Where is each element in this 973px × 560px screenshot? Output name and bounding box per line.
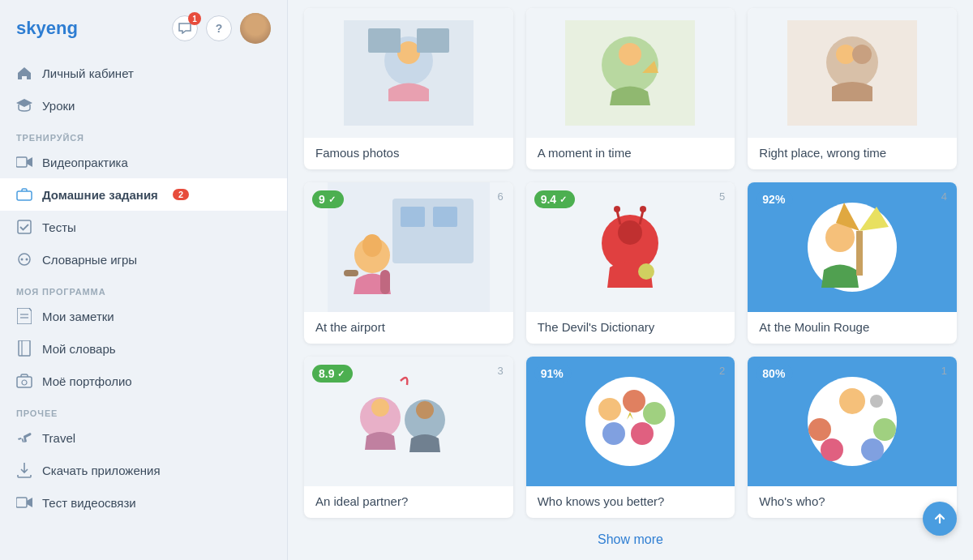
card-number: 2 bbox=[719, 365, 725, 377]
sidebar-item-download[interactable]: Скачать приложения bbox=[0, 454, 287, 486]
home-icon bbox=[16, 65, 32, 81]
card-image bbox=[748, 8, 957, 138]
section-other: ПРОЧЕЕ bbox=[0, 397, 287, 421]
download-icon bbox=[16, 462, 32, 478]
card-famous-photos[interactable]: Famous photos bbox=[304, 8, 513, 169]
svg-rect-10 bbox=[17, 377, 32, 387]
sidebar-label-travel: Travel bbox=[42, 431, 75, 445]
check-mark: ✓ bbox=[328, 195, 336, 205]
card-title: At the airport bbox=[304, 312, 513, 344]
sidebar-item-videotest[interactable]: Тест видеосвязи bbox=[0, 486, 287, 519]
plane-icon bbox=[16, 430, 32, 446]
card-badge: 91% bbox=[534, 365, 572, 383]
sidebar-item-homework[interactable]: Домашние задания 2 bbox=[0, 178, 287, 211]
card-illustration bbox=[304, 8, 513, 138]
card-illustration bbox=[526, 8, 735, 138]
badge-value: 9 bbox=[319, 193, 325, 206]
card-image bbox=[526, 8, 735, 138]
sidebar-label-lessons: Уроки bbox=[42, 99, 75, 113]
notes-icon bbox=[16, 308, 32, 324]
svg-point-4 bbox=[21, 259, 24, 261]
card-title: Famous photos bbox=[304, 138, 513, 169]
svg-point-30 bbox=[362, 234, 382, 257]
sidebar-label-cabinet: Личный кабинет bbox=[42, 66, 134, 80]
sidebar-item-wordgames[interactable]: Словарные игры bbox=[0, 243, 287, 276]
card-number: 1 bbox=[941, 365, 947, 377]
sidebar-item-lessons[interactable]: Уроки bbox=[0, 89, 287, 122]
avatar[interactable] bbox=[240, 13, 271, 44]
card-image: 92% 4 bbox=[748, 182, 957, 312]
svg-rect-28 bbox=[433, 207, 457, 227]
svg-point-24 bbox=[852, 45, 872, 64]
sidebar-item-notes[interactable]: Мои заметки bbox=[0, 300, 287, 332]
svg-point-54 bbox=[602, 422, 625, 445]
svg-point-5 bbox=[26, 259, 28, 261]
chat-button[interactable]: 1 bbox=[172, 15, 198, 41]
badge-value: 91% bbox=[541, 367, 564, 380]
briefcase-icon bbox=[16, 186, 32, 203]
card-badge: 92% bbox=[756, 190, 793, 208]
sidebar-label-videopractice: Видеопрактика bbox=[42, 156, 128, 169]
sidebar: skyeng 1 ? Личный кабинет Уроки bbox=[0, 0, 288, 560]
svg-point-35 bbox=[618, 220, 642, 245]
logo: skyeng bbox=[16, 18, 78, 39]
svg-rect-17 bbox=[417, 28, 449, 53]
card-number: 5 bbox=[719, 190, 725, 203]
card-badge: 9 ✓ bbox=[312, 190, 344, 208]
svg-rect-16 bbox=[368, 28, 401, 53]
sidebar-label-download: Скачать приложения bbox=[42, 464, 161, 477]
svg-point-20 bbox=[619, 43, 641, 66]
chat-badge: 1 bbox=[188, 12, 201, 25]
sidebar-item-videopractice[interactable]: Видеопрактика bbox=[0, 146, 287, 178]
svg-point-50 bbox=[598, 398, 621, 421]
svg-rect-8 bbox=[19, 340, 30, 356]
card-devil[interactable]: 9.4 ✓ 5 The Devil's Dictionary bbox=[526, 182, 735, 344]
card-image: 9 ✓ 6 bbox=[304, 182, 513, 312]
homework-badge: 2 bbox=[173, 189, 189, 200]
svg-rect-2 bbox=[18, 220, 31, 233]
svg-point-58 bbox=[808, 418, 831, 441]
sidebar-item-vocab[interactable]: Мой словарь bbox=[0, 332, 287, 365]
svg-rect-32 bbox=[344, 270, 358, 276]
svg-point-15 bbox=[397, 41, 420, 64]
sidebar-item-cabinet[interactable]: Личный кабинет bbox=[0, 57, 287, 89]
sidebar-label-wordgames: Словарные игры bbox=[42, 253, 137, 267]
svg-point-3 bbox=[19, 254, 30, 265]
card-badge: 9.4 ✓ bbox=[534, 190, 575, 208]
sidebar-item-portfolio[interactable]: Моё портфолио bbox=[0, 365, 287, 397]
scroll-top-button[interactable] bbox=[923, 502, 957, 536]
card-badge: 8.9 ✓ bbox=[312, 365, 353, 383]
help-button[interactable]: ? bbox=[206, 15, 232, 41]
card-title: Right place, wrong time bbox=[748, 138, 957, 169]
card-title: At the Moulin Rouge bbox=[748, 312, 957, 344]
svg-point-57 bbox=[839, 388, 865, 414]
sidebar-item-tests[interactable]: Тесты bbox=[0, 211, 287, 243]
svg-point-61 bbox=[861, 438, 884, 461]
sidebar-label-homework: Домашние задания bbox=[42, 188, 158, 202]
avatar-image bbox=[240, 13, 271, 44]
card-image: 80% 1 bbox=[748, 357, 957, 486]
svg-point-53 bbox=[631, 422, 654, 445]
svg-point-60 bbox=[821, 438, 843, 461]
card-knows[interactable]: 91% 2 Who knows you better? bbox=[526, 357, 735, 518]
card-title: The Devil's Dictionary bbox=[526, 312, 735, 344]
check-mark: ✓ bbox=[337, 369, 345, 379]
check-mark: ✓ bbox=[559, 195, 567, 205]
sidebar-label-vocab: Мой словарь bbox=[42, 342, 116, 356]
card-moment-in-time[interactable]: A moment in time bbox=[526, 8, 735, 169]
card-right-place[interactable]: Right place, wrong time bbox=[748, 8, 957, 169]
card-whois[interactable]: 80% 1 Who's who? bbox=[748, 357, 957, 518]
svg-point-36 bbox=[614, 206, 620, 212]
card-moulin[interactable]: 92% 4 At the Moulin Rouge bbox=[748, 182, 957, 344]
svg-point-22 bbox=[826, 36, 878, 88]
sidebar-item-travel[interactable]: Travel bbox=[0, 421, 287, 454]
show-more-button[interactable]: Show more bbox=[598, 532, 663, 547]
card-number: 4 bbox=[941, 190, 947, 203]
section-program: МОЯ ПРОГРАММА bbox=[0, 276, 287, 300]
card-partner[interactable]: 8.9 ✓ 3 An ideal partner? bbox=[304, 357, 513, 518]
sidebar-header: skyeng 1 ? bbox=[0, 0, 287, 57]
header-icons: 1 ? bbox=[172, 13, 271, 44]
card-airport[interactable]: 9 ✓ 6 At the airport bbox=[304, 182, 513, 344]
games-icon bbox=[16, 251, 32, 267]
svg-point-62 bbox=[870, 395, 883, 408]
